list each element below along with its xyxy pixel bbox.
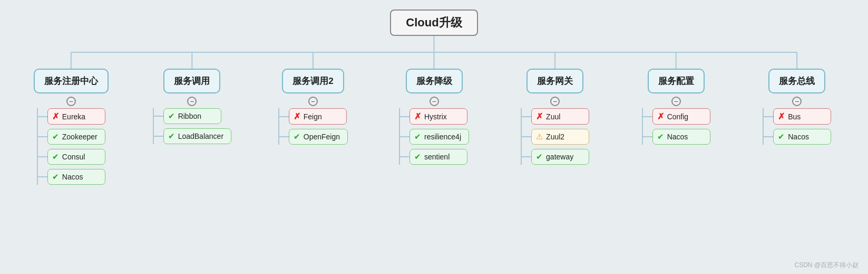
list-item: ✔Nacos (47, 169, 105, 185)
collapse-icon[interactable]: − (66, 97, 76, 106)
check-icon: ✔ (168, 111, 175, 121)
list-item: ✔Ribbon (163, 108, 221, 124)
warning-icon: ⚠ (536, 132, 543, 141)
item-label: Ribbon (178, 112, 201, 120)
item-row: ✔Ribbon (154, 108, 231, 124)
category-box: 服务配置 (648, 69, 705, 93)
vertical-connector (399, 108, 400, 165)
category-box: 服务调用 (163, 69, 220, 93)
root-node: Cloud升级 (390, 10, 477, 36)
item-row: ✗Eureka (38, 108, 105, 125)
horizontal-connector (38, 116, 47, 117)
item-row: ✔Nacos (764, 129, 831, 145)
items-stack: ✔Ribbon✔LoadBalancer (154, 108, 231, 144)
item-row: ⚠Zuul2 (522, 129, 589, 145)
x-icon: ✗ (536, 111, 543, 121)
items-stack: ✗Eureka✔Zookeeper✔Consul✔Nacos (38, 108, 105, 185)
item-row: ✗Hystrix (400, 108, 469, 125)
item-label: Zuul (546, 112, 560, 121)
list-item: ✗Feign (289, 108, 347, 125)
item-label: LoadBalancer (178, 132, 223, 140)
item-row: ✔resilience4j (400, 129, 469, 145)
horizontal-connector (764, 136, 773, 137)
column-col-invoke: 服务调用−✔Ribbon✔LoadBalancer (132, 69, 253, 144)
horizontal-connector (643, 136, 652, 137)
check-icon: ✔ (294, 132, 300, 141)
item-label: Nacos (62, 173, 83, 181)
watermark: CSDN @百思不得小赵 (794, 261, 859, 270)
horizontal-connector (522, 156, 531, 157)
category-box: 服务总线 (768, 69, 825, 93)
items-stack: ✗Config✔Nacos (643, 108, 710, 145)
horizontal-connector (522, 116, 531, 117)
check-icon: ✔ (778, 132, 785, 141)
vertical-connector (153, 108, 154, 144)
category-box: 服务降级 (406, 69, 463, 93)
item-label: Nacos (788, 133, 809, 141)
horizontal-connector (400, 136, 409, 137)
check-icon: ✔ (52, 132, 59, 141)
item-row: ✗Feign (279, 108, 348, 125)
category-box: 服务注册中心 (34, 69, 109, 93)
check-icon: ✔ (414, 132, 421, 141)
item-row: ✔gateway (522, 149, 589, 165)
item-label: Hystrix (424, 112, 447, 121)
list-item: ✔Zookeeper (47, 129, 105, 145)
item-label: Eureka (62, 112, 85, 121)
horizontal-connector (279, 136, 289, 137)
list-item: ✔resilience4j (409, 129, 469, 145)
vertical-connector (37, 108, 38, 185)
list-item: ✔sentienl (409, 149, 467, 165)
check-icon: ✔ (536, 152, 543, 162)
item-row: ✔Zookeeper (38, 129, 105, 145)
items-with-connector: ✗Feign✔OpenFeign (278, 108, 348, 145)
check-icon: ✔ (657, 132, 664, 141)
item-row: ✔Consul (38, 149, 105, 165)
items-stack: ✗Feign✔OpenFeign (279, 108, 348, 145)
check-icon: ✔ (52, 172, 59, 182)
list-item: ✗Config (652, 108, 710, 125)
list-item: ✗Bus (773, 108, 831, 125)
column-col-gateway: 服务网关−✗Zuul⚠Zuul2✔gateway (494, 69, 616, 165)
items-with-connector: ✗Zuul⚠Zuul2✔gateway (521, 108, 589, 165)
item-label: OpenFeign (304, 133, 340, 141)
item-row: ✔OpenFeign (279, 129, 348, 145)
item-label: gateway (546, 153, 573, 161)
list-item: ✗Eureka (47, 108, 105, 125)
collapse-icon[interactable]: − (550, 97, 560, 106)
horizontal-connector (154, 136, 163, 137)
column-col-config: 服务配置−✗Config✔Nacos (616, 69, 737, 145)
horizontal-connector (522, 136, 531, 137)
check-icon: ✔ (414, 152, 421, 162)
list-item: ⚠Zuul2 (531, 129, 589, 145)
items-stack: ✗Hystrix✔resilience4j✔sentienl (400, 108, 469, 165)
check-icon: ✔ (52, 152, 59, 162)
check-icon: ✔ (168, 131, 175, 141)
x-icon: ✗ (414, 111, 421, 121)
collapse-icon[interactable]: − (671, 97, 681, 106)
item-label: sentienl (424, 153, 450, 161)
item-row: ✗Zuul (522, 108, 589, 125)
items-stack: ✗Bus✔Nacos (764, 108, 831, 145)
horizontal-connector (154, 116, 163, 117)
x-icon: ✗ (52, 111, 59, 121)
horizontal-connector (764, 116, 773, 117)
x-icon: ✗ (657, 111, 664, 121)
list-item: ✔LoadBalancer (163, 128, 231, 144)
root-title: Cloud升级 (406, 16, 462, 29)
collapse-icon[interactable]: − (430, 97, 439, 106)
collapse-icon[interactable]: − (792, 97, 802, 106)
item-label: Config (667, 112, 688, 121)
item-row: ✔LoadBalancer (154, 128, 231, 144)
vertical-connector (642, 108, 643, 145)
item-row: ✗Bus (764, 108, 831, 125)
vertical-connector (763, 108, 764, 145)
list-item: ✔Nacos (652, 129, 710, 145)
collapse-icon[interactable]: − (308, 97, 318, 106)
items-with-connector: ✗Hystrix✔resilience4j✔sentienl (399, 108, 469, 165)
items-with-connector: ✗Config✔Nacos (642, 108, 710, 145)
list-item: ✔gateway (531, 149, 589, 165)
collapse-icon[interactable]: − (187, 97, 197, 106)
x-icon: ✗ (294, 111, 300, 121)
horizontal-connector (38, 136, 47, 137)
